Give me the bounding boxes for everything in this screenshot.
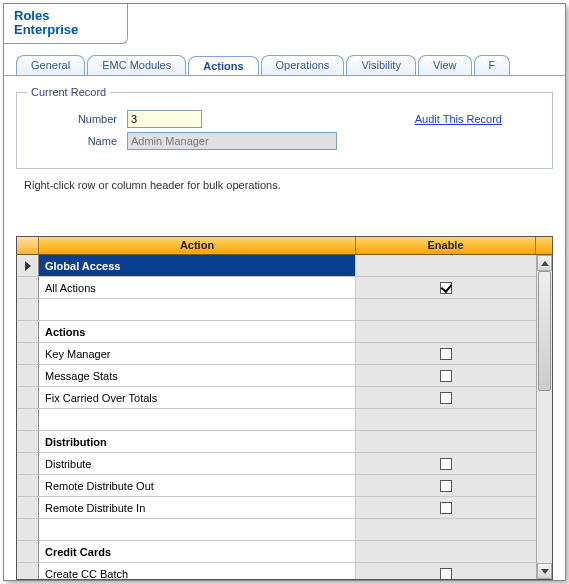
row-indicator-icon <box>25 261 31 271</box>
table-row[interactable]: Remote Distribute Out <box>17 475 536 497</box>
cell-enable <box>356 409 536 430</box>
tab-view[interactable]: View <box>418 55 472 75</box>
table-row[interactable] <box>17 409 536 431</box>
cell-action: Global Access <box>39 255 356 276</box>
row-header[interactable] <box>17 365 39 386</box>
tab-body: Current Record Number Audit This Record … <box>4 76 565 191</box>
actions-grid: Action Enable Global AccessAll ActionsAc… <box>16 236 553 580</box>
cell-enable <box>356 497 536 518</box>
tab-bar: GeneralEMC ModulesActionsOperationsVisib… <box>4 54 565 76</box>
cell-action: Distribute <box>39 453 356 474</box>
row-header[interactable] <box>17 387 39 408</box>
number-input[interactable] <box>127 110 202 128</box>
enable-checkbox[interactable] <box>440 282 452 294</box>
cell-action: Remote Distribute Out <box>39 475 356 496</box>
window-title-tab: Roles Enterprise <box>4 4 128 44</box>
scrollbar[interactable] <box>536 255 552 579</box>
table-row[interactable]: Message Stats <box>17 365 536 387</box>
window: Roles Enterprise GeneralEMC ModulesActio… <box>3 3 566 581</box>
tab-actions[interactable]: Actions <box>188 56 258 76</box>
table-row[interactable]: Actions <box>17 321 536 343</box>
table-row[interactable]: Global Access <box>17 255 536 277</box>
row-header[interactable] <box>17 563 39 579</box>
enable-checkbox[interactable] <box>440 480 452 492</box>
cell-enable <box>356 475 536 496</box>
title-line2: Enterprise <box>14 23 117 37</box>
row-header[interactable] <box>17 497 39 518</box>
row-header[interactable] <box>17 343 39 364</box>
enable-checkbox[interactable] <box>440 370 452 382</box>
cell-action: Fix Carried Over Totals <box>39 387 356 408</box>
cell-enable <box>356 277 536 298</box>
table-row[interactable]: Fix Carried Over Totals <box>17 387 536 409</box>
enable-checkbox[interactable] <box>440 568 452 580</box>
cell-enable <box>356 299 536 320</box>
cell-action: Distribution <box>39 431 356 452</box>
row-header[interactable] <box>17 277 39 298</box>
cell-enable <box>356 255 536 276</box>
chevron-up-icon <box>541 261 549 266</box>
row-header[interactable] <box>17 453 39 474</box>
cell-action: Message Stats <box>39 365 356 386</box>
cell-action: Actions <box>39 321 356 342</box>
cell-action <box>39 299 356 320</box>
scroll-up-button[interactable] <box>537 255 552 271</box>
header-scroll-gap <box>536 237 552 254</box>
row-header[interactable] <box>17 255 39 276</box>
tab-emc-modules[interactable]: EMC Modules <box>87 55 186 75</box>
number-row: Number Audit This Record <box>27 110 542 128</box>
table-row[interactable]: Remote Distribute In <box>17 497 536 519</box>
grid-header: Action Enable <box>17 237 552 255</box>
title-line1: Roles <box>14 9 117 23</box>
table-row[interactable]: Create CC Batch <box>17 563 536 579</box>
cell-enable <box>356 519 536 540</box>
enable-checkbox[interactable] <box>440 502 452 514</box>
scroll-down-button[interactable] <box>537 563 552 579</box>
row-header[interactable] <box>17 431 39 452</box>
audit-link[interactable]: Audit This Record <box>415 113 542 125</box>
table-row[interactable]: Credit Cards <box>17 541 536 563</box>
cell-enable <box>356 387 536 408</box>
cell-action <box>39 519 356 540</box>
row-header[interactable] <box>17 475 39 496</box>
grid-rows: Global AccessAll ActionsActionsKey Manag… <box>17 255 536 579</box>
scroll-thumb[interactable] <box>538 271 551 391</box>
header-enable[interactable]: Enable <box>356 237 536 254</box>
row-header[interactable] <box>17 519 39 540</box>
cell-action <box>39 409 356 430</box>
tab-general[interactable]: General <box>16 55 85 75</box>
content-area: GeneralEMC ModulesActionsOperationsVisib… <box>4 46 565 580</box>
header-corner[interactable] <box>17 237 39 254</box>
tab-operations[interactable]: Operations <box>261 55 345 75</box>
name-row: Name <box>27 132 542 150</box>
grid-body: Global AccessAll ActionsActionsKey Manag… <box>17 255 552 579</box>
row-header[interactable] <box>17 409 39 430</box>
table-row[interactable]: All Actions <box>17 277 536 299</box>
row-header[interactable] <box>17 541 39 562</box>
cell-action: Remote Distribute In <box>39 497 356 518</box>
cell-enable <box>356 541 536 562</box>
tab-f[interactable]: F <box>474 55 511 75</box>
bulk-hint-text: Right-click row or column header for bul… <box>24 179 553 191</box>
header-action[interactable]: Action <box>39 237 356 254</box>
enable-checkbox[interactable] <box>440 458 452 470</box>
current-record-box: Current Record Number Audit This Record … <box>16 86 553 169</box>
scroll-track[interactable] <box>537 271 552 563</box>
table-row[interactable]: Key Manager <box>17 343 536 365</box>
name-label: Name <box>27 135 127 147</box>
current-record-legend: Current Record <box>27 86 110 98</box>
table-row[interactable] <box>17 519 536 541</box>
cell-action: Credit Cards <box>39 541 356 562</box>
enable-checkbox[interactable] <box>440 392 452 404</box>
cell-enable <box>356 453 536 474</box>
tab-visibility[interactable]: Visibility <box>346 55 416 75</box>
chevron-down-icon <box>541 569 549 574</box>
table-row[interactable]: Distribute <box>17 453 536 475</box>
enable-checkbox[interactable] <box>440 348 452 360</box>
table-row[interactable]: Distribution <box>17 431 536 453</box>
row-header[interactable] <box>17 321 39 342</box>
number-label: Number <box>27 113 127 125</box>
row-header[interactable] <box>17 299 39 320</box>
table-row[interactable] <box>17 299 536 321</box>
cell-enable <box>356 563 536 579</box>
